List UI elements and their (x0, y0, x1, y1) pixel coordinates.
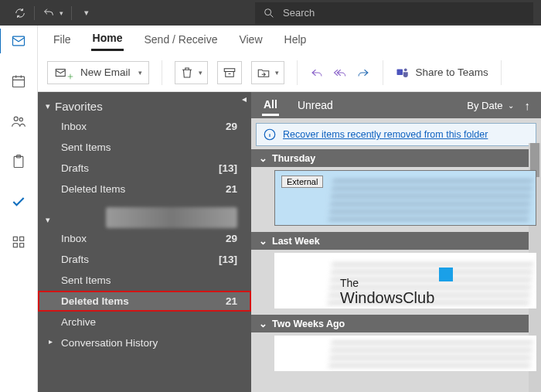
forward-button[interactable] (356, 66, 370, 80)
fav-sent-items[interactable]: Sent Items (38, 137, 251, 158)
undo-dropdown-icon[interactable]: ▾ (60, 9, 63, 17)
search-placeholder: Search (283, 7, 315, 19)
undo-icon[interactable] (43, 7, 55, 19)
message-item[interactable]: External (274, 170, 536, 226)
favorites-header[interactable]: ▾Favorites (38, 92, 251, 116)
filter-bar: All Unread By Date⌄ ↑ (251, 92, 541, 118)
rail-people[interactable] (6, 112, 31, 131)
sort-direction-button[interactable]: ↑ (525, 99, 531, 112)
group-thursday[interactable]: ⌄Thursday (251, 149, 541, 167)
fav-drafts[interactable]: Drafts[13] (38, 158, 251, 179)
message-item[interactable] (274, 336, 536, 371)
tab-help[interactable]: Help (283, 29, 308, 50)
reply-icon (310, 66, 324, 80)
chevron-down-icon: ▾ (46, 101, 50, 111)
rail-more-apps[interactable] (6, 233, 31, 251)
folder-conversation-history[interactable]: ▸Conversation History (38, 332, 251, 353)
refresh-icon[interactable] (14, 7, 26, 19)
svg-rect-12 (224, 68, 235, 71)
tab-file[interactable]: File (52, 29, 73, 50)
group-last-week[interactable]: ⌄Last Week (251, 232, 541, 250)
reply-all-button[interactable] (333, 66, 347, 80)
fav-inbox[interactable]: Inbox29 (38, 116, 251, 137)
folder-archive[interactable]: Archive (38, 312, 251, 332)
plus-icon (66, 73, 74, 80)
reply-button[interactable] (310, 66, 324, 80)
rail-todo[interactable] (6, 193, 31, 211)
tab-view[interactable]: View (237, 29, 264, 50)
trash-icon (180, 66, 194, 80)
rail-mail[interactable] (6, 32, 31, 50)
recover-notice[interactable]: Recover items recently removed from this… (256, 123, 536, 146)
group-two-weeks-ago[interactable]: ⌄Two Weeks Ago (251, 315, 541, 332)
redacted-account-name (106, 207, 237, 228)
new-email-label: New Email (80, 66, 131, 78)
collapse-pane-icon[interactable]: ◂ (242, 94, 247, 104)
forward-icon (356, 66, 370, 80)
chevron-down-icon: ⌄ (259, 152, 267, 164)
nav-rail (0, 26, 38, 392)
filter-unread[interactable]: Unread (296, 96, 335, 114)
fav-deleted-items[interactable]: Deleted Items21 (38, 179, 251, 199)
account-header[interactable]: ▾ (38, 207, 251, 228)
folder-deleted-items[interactable]: Deleted Items21 (38, 291, 251, 312)
svg-point-0 (265, 9, 271, 15)
svg-rect-10 (20, 244, 24, 247)
svg-rect-2 (13, 77, 25, 87)
share-teams-button[interactable]: T Share to Teams (396, 66, 488, 80)
ribbon-tabs: File Home Send / Receive View Help (38, 26, 541, 53)
chevron-down-icon: ⌄ (508, 101, 514, 110)
delete-button[interactable]: ▾ (175, 61, 208, 84)
rail-tasks[interactable] (6, 152, 31, 171)
svg-rect-11 (56, 69, 65, 76)
svg-rect-9 (13, 244, 17, 247)
folder-inbox[interactable]: Inbox29 (38, 228, 251, 249)
teams-icon: T (396, 66, 410, 80)
qat-customize-icon[interactable]: ▾ (84, 8, 89, 18)
archive-icon (223, 66, 236, 80)
ribbon: New Email ▾ ▾ ▾ T Share to Teams (38, 53, 541, 92)
move-folder-icon (257, 66, 270, 80)
redacted-content (275, 171, 536, 225)
recover-link[interactable]: Recover items recently removed from this… (283, 129, 488, 140)
search-box[interactable]: Search (255, 2, 533, 24)
message-list: All Unread By Date⌄ ↑ Recover items rece… (251, 92, 541, 392)
chevron-down-icon: ⌄ (259, 235, 267, 247)
folder-drafts[interactable]: Drafts[13] (38, 249, 251, 270)
move-button[interactable]: ▾ (251, 61, 284, 84)
share-teams-label: Share to Teams (416, 66, 488, 78)
title-bar: ▾ ▾ Search (0, 0, 541, 26)
chevron-down-icon: ⌄ (259, 318, 267, 329)
search-icon (263, 7, 275, 19)
filter-all[interactable]: All (262, 95, 279, 116)
redacted-content (274, 253, 536, 308)
tab-home[interactable]: Home (91, 27, 124, 51)
chevron-down-icon[interactable]: ▾ (138, 69, 142, 77)
archive-button[interactable] (217, 61, 242, 84)
svg-rect-7 (13, 237, 17, 240)
info-icon (263, 128, 277, 141)
svg-rect-1 (13, 36, 25, 46)
sort-menu[interactable]: By Date⌄ (467, 100, 513, 111)
reply-all-icon (333, 66, 347, 80)
redacted-content (274, 336, 536, 371)
chevron-down-icon: ▾ (46, 215, 50, 225)
svg-text:T: T (398, 70, 401, 74)
new-email-button[interactable]: New Email ▾ (47, 61, 149, 84)
chevron-right-icon[interactable]: ▸ (49, 337, 53, 346)
svg-point-4 (19, 118, 22, 121)
tab-send-receive[interactable]: Send / Receive (142, 29, 219, 50)
rail-calendar[interactable] (6, 72, 31, 90)
message-item[interactable] (274, 253, 536, 308)
svg-rect-8 (20, 237, 24, 240)
svg-point-3 (14, 117, 18, 121)
folder-pane: ◂ ▾Favorites Inbox29 Sent Items Drafts[1… (38, 92, 251, 392)
folder-sent-items[interactable]: Sent Items (38, 270, 251, 291)
svg-point-16 (403, 68, 407, 71)
